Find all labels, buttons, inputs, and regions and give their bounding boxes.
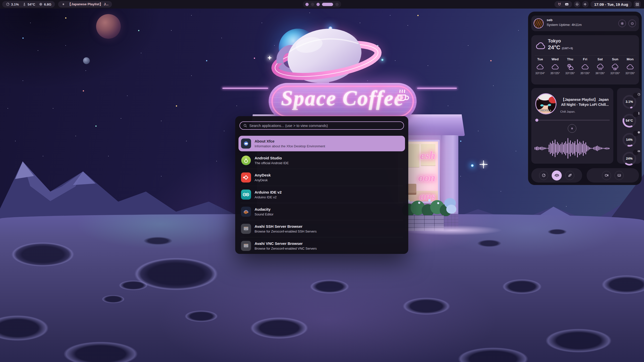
app-item-avahi-ssh[interactable]: Avahi SSH Server Browser Browse for Zero… [238, 221, 405, 237]
app-item-android-studio[interactable]: Android Studio The official Android IDE [238, 153, 405, 168]
clock[interactable]: 17:09 - Tue, 19 Aug [590, 1, 632, 8]
temp-gauge: 54°C [617, 113, 641, 129]
leaf-icon [568, 173, 572, 177]
window-neon-text: oon [418, 171, 435, 184]
track-subtitle: Chill Japan. [560, 110, 575, 113]
app-subtitle: Information about the Xfce Desktop Envir… [255, 144, 325, 148]
music-player-card: TOKYO L 【Japanese Playlist】 Japan All Ni… [531, 88, 613, 164]
app-subtitle: The official Android IDE [255, 161, 289, 165]
top-bar: 3.1% 54°C 6.8G 【Japanese Playlist】 J... [0, 0, 644, 9]
speedometer-icon [637, 93, 640, 96]
pause-icon [62, 3, 65, 6]
app-title: Arduino IDE v2 [255, 190, 282, 194]
divider [240, 169, 403, 169]
balanced-mode-button[interactable] [552, 170, 562, 180]
now-playing-pill[interactable]: 【Japanese Playlist】 J... [58, 1, 112, 8]
wallpaper-button[interactable] [615, 171, 624, 180]
cpu-stat: 3.1% [6, 2, 19, 6]
disk-gauge: 24% [617, 151, 641, 167]
app-grid-button[interactable] [634, 1, 641, 8]
workspace-dot[interactable] [316, 3, 320, 6]
app-title: Avahi SSH Server Browser [255, 224, 316, 229]
app-item-anydesk[interactable]: AnyDesk AnyDesk [238, 170, 405, 185]
cloud-icon [535, 41, 546, 51]
app-item-audacity[interactable]: Audacity Sound Editor [238, 204, 405, 219]
rain-icon [596, 63, 604, 71]
disk-icon [637, 150, 640, 153]
cloud-icon [626, 63, 634, 71]
app-title: AnyDesk [255, 173, 271, 177]
pause-button[interactable] [568, 124, 576, 133]
screen-record-button[interactable] [602, 171, 611, 180]
app-item-avahi-vnc[interactable]: Avahi VNC Server Browser Browse for Zero… [238, 238, 405, 254]
memory-stat: 6.8G [39, 2, 51, 6]
forecast-row: Tue 33°/24° Wed 35°/25° Thu 33°/26° Fri … [533, 57, 637, 75]
walkway [401, 225, 502, 235]
app-item-arduino[interactable]: Arduino IDE v2 Arduino IDE v2 [238, 187, 405, 202]
temp-stat: 54°C [22, 2, 35, 6]
app-title: Audacity [255, 207, 273, 211]
weather-card: Tokyo 24°C(GMT+9) Tue 33°/24° Wed 35°/25… [531, 35, 639, 84]
grid-icon [635, 2, 639, 7]
bell-icon [575, 2, 579, 6]
uptime: System Uptime: 4h11m [547, 23, 582, 27]
performance-button[interactable] [539, 171, 548, 180]
username: seb [547, 18, 552, 22]
progress-handle[interactable] [535, 119, 538, 122]
scales-icon [554, 173, 559, 178]
app-subtitle: AnyDesk [255, 178, 271, 182]
progress-bar[interactable] [535, 120, 610, 121]
avatar [534, 18, 544, 28]
settings-button[interactable] [618, 20, 626, 27]
app-subtitle: Browse for Zeroconf-enabled VNC Servers [255, 247, 317, 250]
forecast-day: Thu 33°/26° [563, 57, 577, 75]
workspace-dot[interactable] [335, 3, 339, 6]
app-item-about-xfce[interactable]: About Xfce Information about the Xfce De… [238, 136, 405, 151]
track-title: 【Japanese Playlist】 Japan All Night - To… [559, 97, 610, 107]
weather-temp: 24°C(GMT+9) [548, 44, 573, 51]
network-icon [241, 224, 251, 234]
sun-cloud-icon [566, 63, 574, 71]
image-icon [617, 173, 621, 177]
storm-icon [611, 63, 619, 71]
window-neon-text: esh [420, 149, 435, 162]
weather-city: Tokyo [548, 38, 561, 44]
eco-mode-button[interactable] [565, 171, 574, 180]
speedometer-icon [542, 173, 546, 177]
anydesk-icon [241, 172, 251, 183]
quick-settings-right [587, 168, 639, 183]
power-icon [630, 22, 634, 25]
cloud-icon [551, 63, 559, 71]
cpu-gauge: 3.1% [617, 94, 641, 110]
search-input[interactable] [249, 124, 400, 128]
pause-icon [570, 126, 574, 130]
workspace-dot[interactable] [305, 3, 309, 6]
forecast-day: Fri 35°/26° [578, 57, 592, 75]
xfce-icon [241, 139, 251, 149]
quick-settings-left [531, 168, 582, 183]
forecast-day: Wed 35°/25° [548, 57, 562, 75]
cloud-icon [536, 63, 544, 71]
system-stats-pill[interactable]: 3.1% 54°C 6.8G [2, 1, 55, 8]
tray-pill[interactable] [554, 1, 572, 8]
album-art: TOKYO L [535, 93, 556, 114]
cloud-icon [581, 63, 589, 71]
workspace-indicator[interactable] [303, 1, 341, 8]
search-bar[interactable] [239, 121, 404, 130]
divider [240, 203, 403, 203]
workspace-dot-active[interactable] [322, 3, 333, 6]
app-list: About Xfce Information about the Xfce De… [238, 136, 405, 255]
search-icon [243, 123, 247, 128]
notifications-button[interactable] [574, 1, 580, 8]
volume-button[interactable] [582, 1, 589, 8]
divider [240, 220, 403, 220]
weather-timezone: (GMT+9) [562, 47, 573, 50]
divider [535, 55, 635, 56]
cat-icon [557, 2, 561, 6]
forecast-day: Sat 36°/26° [593, 57, 607, 75]
app-subtitle: Sound Editor [255, 212, 273, 216]
power-button[interactable] [628, 20, 636, 27]
workspace-dot[interactable] [311, 3, 314, 6]
chip-icon [637, 131, 640, 134]
forecast-day: Mon 33°/26° [623, 57, 637, 75]
